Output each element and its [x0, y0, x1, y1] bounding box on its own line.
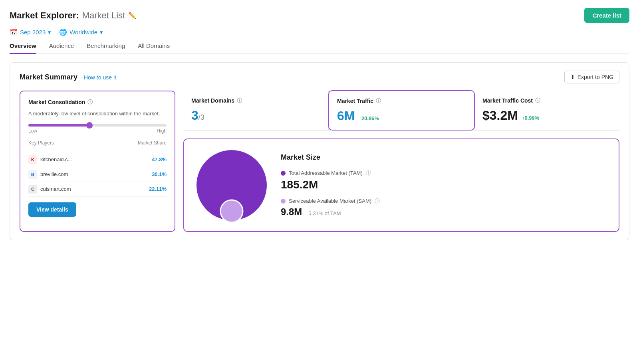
top-metrics-row: Market Consolidation ⓘ A moderately-low … — [10, 91, 629, 240]
sam-label-row: Serviceable Available Market (SAM) ⓘ — [281, 198, 609, 205]
market-share-value: 47.8% — [152, 156, 167, 162]
filters-row: 📅 Sep 2023 ▾ 🌐 Worldwide ▾ — [10, 28, 629, 36]
market-traffic-panel: Market Traffic ⓘ 6M ↑20.86% — [328, 90, 475, 131]
tab-all-domains[interactable]: All Domains — [138, 42, 170, 54]
tam-label-row: Total Addressable Market (TAM) ⓘ — [281, 170, 609, 177]
tab-benchmarking[interactable]: Benchmarking — [87, 42, 125, 54]
sam-section: Serviceable Available Market (SAM) ⓘ 9.8… — [281, 198, 609, 218]
title-group: Market Explorer: Market List ✏️ — [10, 10, 136, 21]
market-summary-header-area: Market Summary How to use it ⬆ Export to… — [10, 63, 629, 83]
domain-name: breville.com — [40, 171, 68, 177]
edit-icon[interactable]: ✏️ — [128, 12, 136, 19]
traffic-value: 6M — [337, 109, 355, 123]
market-domains-panel: Market Domains ⓘ 3/3 — [183, 91, 329, 130]
tab-audience[interactable]: Audience — [49, 42, 74, 54]
consolidation-description: A moderately-low level of consolidation … — [28, 110, 167, 118]
slider-track — [28, 124, 167, 127]
domains-value: 3/3 — [191, 108, 320, 123]
table-row: B breville.com 30.1% — [28, 167, 167, 182]
info-icon: ⓘ — [366, 170, 371, 177]
market-consolidation-panel: Market Consolidation ⓘ A moderately-low … — [20, 91, 175, 232]
donut-svg — [194, 147, 270, 223]
market-share-value: 30.1% — [152, 171, 167, 177]
market-size-panel: Market Size Total Addressable Market (TA… — [183, 138, 619, 232]
info-icon: ⓘ — [535, 97, 540, 104]
header-row: Market Explorer: Market List ✏️ Create l… — [10, 8, 629, 23]
market-summary-card: Market Summary How to use it ⬆ Export to… — [10, 62, 629, 240]
traffic-label: Market Traffic ⓘ — [337, 97, 466, 105]
view-details-button[interactable]: View details — [28, 202, 76, 217]
export-png-button[interactable]: ⬆ Export to PNG — [564, 71, 619, 83]
consolidation-label: Market Consolidation ⓘ — [28, 99, 167, 106]
market-size-title: Market Size — [281, 153, 609, 162]
how-to-use-link[interactable]: How to use it — [84, 74, 116, 81]
right-metrics-area: Market Domains ⓘ 3/3 Market Traffic ⓘ — [183, 91, 619, 232]
traffic-value-row: 6M ↑20.86% — [337, 109, 466, 123]
market-size-chart — [194, 147, 270, 223]
key-players-header: Key Players Market Share — [28, 140, 167, 149]
domain-name: kitchenaid.c... — [40, 156, 72, 162]
key-players-table: Key Players Market Share K kitchenaid.c.… — [28, 140, 167, 197]
create-list-button[interactable]: Create list — [584, 8, 629, 23]
top-three-metrics: Market Domains ⓘ 3/3 Market Traffic ⓘ — [183, 91, 619, 131]
info-icon: ⓘ — [376, 97, 381, 105]
tabs-row: Overview Audience Benchmarking All Domai… — [10, 42, 629, 54]
sam-value: 9.8M — [281, 206, 302, 218]
globe-icon: 🌐 — [59, 28, 67, 36]
domains-label: Market Domains ⓘ — [191, 97, 320, 104]
slider-thumb[interactable] — [86, 122, 93, 129]
slider-labels: Low High — [28, 128, 167, 134]
info-icon: ⓘ — [87, 99, 93, 106]
tab-overview[interactable]: Overview — [10, 42, 36, 54]
market-size-info: Market Size Total Addressable Market (TA… — [281, 153, 609, 218]
chevron-down-icon: ▾ — [48, 29, 51, 36]
table-row: K kitchenaid.c... 47.8% — [28, 152, 167, 167]
date-filter[interactable]: 📅 Sep 2023 ▾ — [10, 28, 51, 36]
sam-percentage: 5.31% of TAM — [308, 210, 341, 216]
market-share-value: 22.11% — [149, 186, 167, 192]
market-summary-header: Market Summary How to use it ⬆ Export to… — [20, 71, 619, 83]
traffic-cost-value-row: $3.2M ↑0.99% — [482, 108, 611, 123]
info-icon: ⓘ — [375, 198, 380, 205]
consolidation-slider[interactable]: Low High — [28, 124, 167, 134]
domain-name: cuisinart.com — [40, 186, 71, 192]
sam-dot — [281, 199, 286, 204]
domain-favicon-c: C — [28, 185, 37, 194]
svg-point-1 — [220, 200, 243, 222]
slider-fill — [28, 124, 89, 127]
tam-value: 185.2M — [281, 178, 609, 191]
page-wrapper: Market Explorer: Market List ✏️ Create l… — [0, 0, 639, 364]
domain-favicon-b: B — [28, 170, 37, 179]
info-icon: ⓘ — [237, 97, 242, 104]
tam-dot — [281, 171, 286, 176]
traffic-cost-label: Market Traffic Cost ⓘ — [482, 97, 611, 104]
traffic-change: ↑20.86% — [359, 115, 379, 121]
traffic-cost-value: $3.2M — [482, 108, 518, 123]
calendar-icon: 📅 — [10, 28, 18, 36]
tam-section: Total Addressable Market (TAM) ⓘ 185.2M — [281, 170, 609, 191]
region-filter[interactable]: 🌐 Worldwide ▾ — [59, 28, 103, 36]
domain-favicon-k: K — [28, 155, 37, 164]
market-traffic-cost-panel: Market Traffic Cost ⓘ $3.2M ↑0.99% — [474, 91, 619, 130]
traffic-cost-change: ↑0.99% — [522, 115, 539, 121]
page-title: Market Explorer: Market List ✏️ — [10, 10, 136, 21]
table-row: C cuisinart.com 22.11% — [28, 182, 167, 197]
chevron-down-icon: ▾ — [100, 29, 103, 36]
market-summary-title: Market Summary — [20, 73, 77, 81]
upload-icon: ⬆ — [570, 74, 575, 80]
